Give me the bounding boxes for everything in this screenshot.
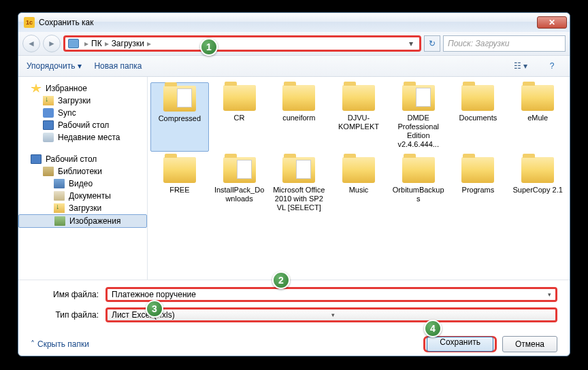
breadcrumb-dropdown-icon[interactable]: ▾ (406, 39, 416, 48)
folder-label: CR (234, 114, 245, 122)
folder-label: DJVU-KOMPLEKT (331, 114, 386, 131)
chevron-right-icon: ▸ (146, 39, 152, 48)
navbar: ◄ ► ▸ ПК ▸ Загрузки ▸ ▾ ↻ Поиск: Загрузк… (18, 32, 570, 55)
images-icon (54, 216, 65, 226)
view-options-button[interactable]: ☷ ▾ (511, 58, 530, 73)
folder-icon (402, 85, 435, 111)
folder-icon (223, 157, 256, 183)
downloads-icon (43, 96, 54, 105)
help-button[interactable]: ? (542, 58, 561, 73)
folder-icon (521, 157, 554, 183)
folder-label: cuneiform (282, 114, 315, 122)
close-button[interactable]: ✕ (537, 16, 567, 29)
folder-item[interactable]: Microsoft Office 2010 with SP2 VL [SELEC… (270, 154, 328, 215)
dialog-body: Избранное Загрузки Sync Рабочий стол Нед… (18, 77, 570, 280)
sidebar-videos[interactable]: Видео (18, 178, 147, 190)
folder-item[interactable]: DJVU-KOMPLEKT (329, 82, 388, 152)
folder-label: InstallPack_Downloads (212, 186, 267, 203)
folder-label: eMule (527, 114, 548, 122)
folder-item[interactable]: cuneiform (270, 82, 328, 152)
computer-icon (68, 39, 79, 48)
save-button[interactable]: Сохранить (427, 337, 493, 352)
folder-label: Programs (462, 186, 495, 195)
breadcrumb[interactable]: ▸ ПК ▸ Загрузки ▸ ▾ (63, 35, 421, 52)
folder-label: Compressed (159, 114, 201, 123)
breadcrumb-folder[interactable]: Загрузки (112, 39, 144, 48)
folder-item[interactable]: Music (329, 154, 388, 215)
folder-icon (282, 85, 315, 111)
sidebar-libraries[interactable]: Библиотеки (18, 165, 147, 178)
document-icon (54, 191, 65, 201)
sidebar-favorites[interactable]: Избранное (18, 82, 147, 95)
folder-label: Microsoft Office 2010 with SP2 VL [SELEC… (272, 186, 326, 212)
folder-item[interactable]: DMDE Professional Edition v2.4.6.444... (389, 82, 448, 152)
folder-icon (461, 157, 494, 183)
window-title: Сохранить как (39, 18, 537, 27)
cancel-button[interactable]: Отмена (502, 336, 557, 352)
callout-3: 3 (146, 300, 163, 318)
file-pane[interactable]: CompressedCRcuneiformDJVU-KOMPLEKTDMDE P… (148, 77, 570, 280)
titlebar[interactable]: 1c Сохранить как ✕ (18, 13, 570, 32)
chevron-up-icon: ˄ (31, 339, 35, 349)
folder-item[interactable]: FREE (150, 154, 209, 215)
folder-item[interactable]: SuperCopy 2.1 (508, 154, 567, 215)
filename-field[interactable] (112, 290, 548, 299)
app-icon: 1c (24, 17, 35, 28)
folder-item[interactable]: OrbitumBackups (389, 154, 448, 215)
folder-icon (461, 85, 494, 111)
desktop-icon (43, 120, 54, 130)
folder-label: SuperCopy 2.1 (512, 186, 562, 195)
sidebar-desktop2[interactable]: Рабочий стол (18, 153, 147, 165)
sync-icon (43, 108, 54, 118)
folder-icon (223, 85, 256, 111)
form-area: Имя файла: ▾ Тип файла: Лист Excel (*.xl… (18, 280, 570, 332)
sidebar-images[interactable]: Изображения (18, 214, 147, 228)
back-button[interactable]: ◄ (22, 35, 40, 52)
folder-item[interactable]: InstallPack_Downloads (210, 154, 269, 215)
folder-item[interactable]: CR (210, 82, 269, 152)
folder-icon (342, 157, 375, 183)
folder-icon (282, 157, 315, 183)
callout-4: 4 (424, 320, 442, 337)
folder-item[interactable]: eMule (508, 82, 567, 152)
save-button-highlight: Сохранить (423, 336, 497, 352)
toolbar: Упорядочить ▾ Новая папка ☷ ▾ ? (18, 55, 570, 77)
sidebar-recent[interactable]: Недавние места (18, 131, 147, 144)
filetype-select[interactable]: Лист Excel (*.xls) ▾ (105, 307, 557, 322)
new-folder-button[interactable]: Новая папка (94, 61, 142, 71)
chevron-right-icon: ▸ (103, 39, 110, 48)
save-as-dialog: 1c Сохранить как ✕ ◄ ► ▸ ПК ▸ Загрузки ▸… (18, 12, 570, 356)
sidebar-sync[interactable]: Sync (18, 107, 147, 119)
filetype-value: Лист Excel (*.xls) (112, 310, 331, 320)
breadcrumb-root[interactable]: ПК (91, 39, 102, 48)
sidebar-downloads2[interactable]: Загрузки (18, 202, 147, 214)
organize-button[interactable]: Упорядочить ▾ (27, 61, 82, 71)
folder-icon (163, 86, 196, 112)
folder-label: FREE (169, 186, 189, 195)
sidebar-downloads[interactable]: Загрузки (18, 95, 147, 107)
sidebar-desktop[interactable]: Рабочий стол (18, 119, 147, 131)
folder-item[interactable]: Compressed (150, 82, 209, 152)
hide-folders-toggle[interactable]: ˄ Скрыть папки (31, 339, 89, 349)
folder-icon (521, 85, 554, 111)
folder-icon (342, 85, 375, 111)
filename-label: Имя файла: (31, 290, 105, 299)
search-placeholder: Поиск: Загрузки (448, 39, 510, 48)
folder-icon (402, 157, 435, 183)
search-input[interactable]: Поиск: Загрузки (443, 35, 566, 52)
chevron-down-icon[interactable]: ▾ (548, 291, 551, 298)
folder-item[interactable]: Programs (449, 154, 508, 215)
forward-button[interactable]: ► (43, 35, 61, 52)
video-icon (54, 179, 65, 188)
folder-icon (163, 157, 196, 183)
sidebar-documents[interactable]: Документы (18, 190, 147, 202)
folder-label: Documents (459, 114, 497, 122)
refresh-button[interactable]: ↻ (424, 35, 440, 52)
filetype-label: Тип файла: (31, 310, 105, 320)
folder-item[interactable]: Documents (449, 82, 508, 152)
footer: ˄ Скрыть папки Сохранить Отмена (18, 332, 570, 360)
filename-input[interactable]: ▾ (105, 287, 557, 302)
chevron-down-icon: ▾ (78, 61, 82, 71)
chevron-down-icon[interactable]: ▾ (331, 312, 551, 318)
chevron-right-icon: ▸ (83, 39, 90, 48)
